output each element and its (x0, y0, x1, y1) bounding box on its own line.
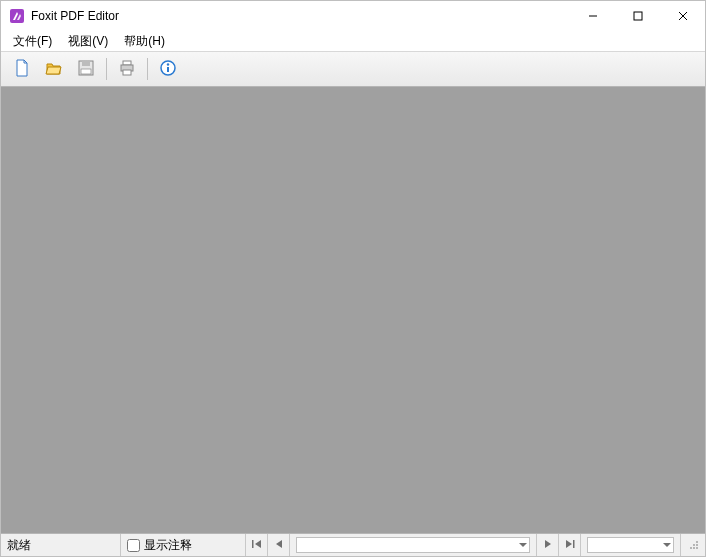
svg-marker-17 (519, 543, 527, 547)
open-button[interactable] (39, 55, 69, 83)
window-title: Foxit PDF Editor (31, 9, 119, 23)
svg-point-22 (696, 547, 698, 549)
window-controls (570, 1, 705, 31)
next-page-icon (542, 538, 554, 553)
titlebar[interactable]: Foxit PDF Editor (1, 1, 705, 31)
close-button[interactable] (660, 1, 705, 31)
last-page-button[interactable] (559, 534, 581, 556)
svg-rect-10 (123, 70, 131, 75)
toolbar-separator (106, 58, 107, 80)
save-icon (77, 59, 95, 80)
svg-point-26 (693, 544, 695, 546)
print-button[interactable] (112, 55, 142, 83)
show-annotations-checkbox[interactable] (127, 539, 140, 552)
status-ready: 就绪 (1, 534, 121, 556)
svg-point-27 (696, 541, 698, 543)
page-selector[interactable] (290, 534, 537, 556)
zoom-combo[interactable] (587, 537, 674, 553)
svg-marker-19 (566, 540, 572, 548)
about-button[interactable] (153, 55, 183, 83)
svg-rect-2 (634, 12, 642, 20)
svg-marker-18 (545, 540, 551, 548)
first-page-icon (251, 538, 263, 553)
info-icon (159, 59, 177, 80)
svg-rect-20 (573, 540, 575, 548)
toolbar (1, 52, 705, 87)
prev-page-icon (273, 538, 285, 553)
zoom-selector[interactable] (581, 534, 681, 556)
print-icon (118, 59, 136, 80)
chevron-down-icon (663, 538, 671, 552)
svg-point-24 (696, 544, 698, 546)
app-icon (9, 8, 25, 24)
svg-marker-16 (276, 540, 282, 548)
svg-point-23 (693, 547, 695, 549)
next-page-button[interactable] (537, 534, 559, 556)
open-folder-icon (45, 59, 63, 80)
save-button[interactable] (71, 55, 101, 83)
show-annotations-label: 显示注释 (144, 537, 192, 554)
page-combo[interactable] (296, 537, 530, 553)
menu-file[interactable]: 文件(F) (5, 31, 60, 52)
new-file-icon (13, 59, 31, 80)
svg-marker-21 (663, 543, 671, 547)
chevron-down-icon (519, 538, 527, 552)
resize-grip[interactable] (681, 534, 705, 556)
svg-rect-8 (123, 61, 131, 65)
resize-grip-icon (687, 538, 699, 553)
document-area[interactable] (1, 87, 705, 534)
show-annotations-cell: 显示注释 (121, 534, 246, 556)
menubar: 文件(F) 视图(V) 帮助(H) (1, 31, 705, 52)
svg-rect-6 (82, 61, 90, 66)
svg-rect-14 (252, 540, 254, 548)
svg-point-12 (167, 63, 169, 65)
maximize-button[interactable] (615, 1, 660, 31)
menu-help[interactable]: 帮助(H) (116, 31, 173, 52)
statusbar: 就绪 显示注释 (1, 534, 705, 556)
last-page-icon (564, 538, 576, 553)
status-ready-label: 就绪 (7, 537, 31, 554)
first-page-button[interactable] (246, 534, 268, 556)
svg-rect-13 (167, 67, 169, 72)
toolbar-separator (147, 58, 148, 80)
svg-marker-15 (255, 540, 261, 548)
app-window: Foxit PDF Editor 文件(F) 视图(V) 帮助(H) (0, 0, 706, 557)
menu-view[interactable]: 视图(V) (60, 31, 116, 52)
svg-rect-7 (81, 69, 91, 74)
svg-point-25 (690, 547, 692, 549)
new-file-button[interactable] (7, 55, 37, 83)
minimize-button[interactable] (570, 1, 615, 31)
prev-page-button[interactable] (268, 534, 290, 556)
